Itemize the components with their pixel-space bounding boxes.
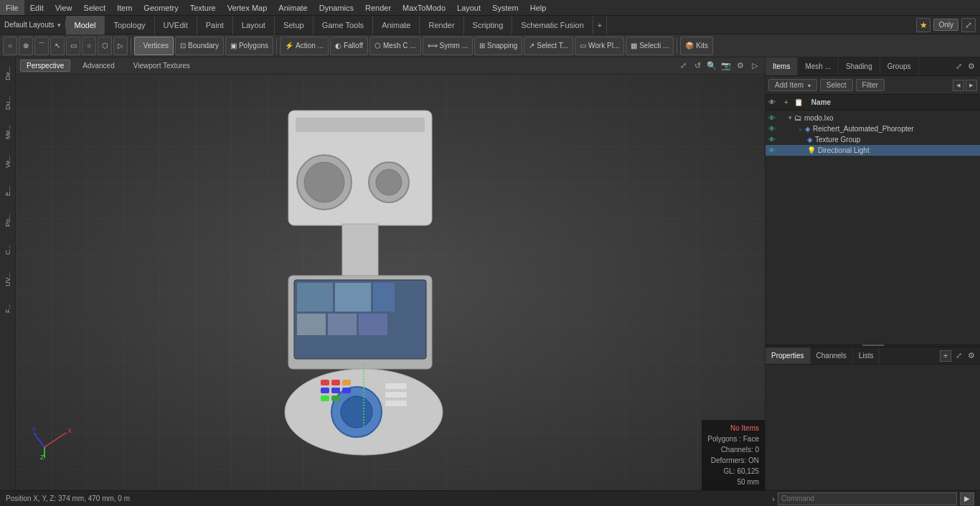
tree-item-modo-lxo[interactable]: 👁 ▾ 🗂 modo.lxo <box>765 112 980 123</box>
menu-help[interactable]: Help <box>524 0 552 15</box>
tab-gametools[interactable]: Game Tools <box>314 16 374 34</box>
tool-hex[interactable]: ⬡ <box>98 37 112 55</box>
item-tree[interactable]: 👁 ▾ 🗂 modo.lxo 👁 ▸ ◈ Reichert_Automated_… <box>765 111 980 344</box>
sidebar-tab-c[interactable]: C... <box>1 235 15 264</box>
tree-item-directional-light[interactable]: 👁 💡 Directional Light <box>765 145 980 156</box>
sidebar-tab-ve[interactable]: Ve... <box>1 147 15 176</box>
viewport-content[interactable]: X Y Z No Items Polygons : Face Channels:… <box>16 75 765 490</box>
props-settings-icon[interactable]: ⚙ <box>966 350 977 362</box>
command-run-button[interactable]: ▶ <box>960 492 974 505</box>
tab-animate[interactable]: Animate <box>373 16 420 34</box>
tool-action[interactable]: ⚡ Action ... <box>280 37 329 55</box>
vp-reset-icon[interactable]: ↺ <box>692 60 703 72</box>
menu-animate[interactable]: Animate <box>273 0 313 15</box>
tab-setup[interactable]: Setup <box>275 16 314 34</box>
rp-tab-shading[interactable]: Shading <box>839 57 880 75</box>
menu-vertexmap[interactable]: Vertex Map <box>222 0 273 15</box>
tool-polygons[interactable]: ▣ Polygons <box>225 37 273 55</box>
tool-selection[interactable]: ▦ Selecti ... <box>626 37 674 55</box>
sidebar-tab-uv[interactable]: UV... <box>1 265 15 294</box>
sidebar-tab-de[interactable]: De... <box>1 59 15 88</box>
layout-preset[interactable]: Default Layouts ▾ <box>0 21 66 29</box>
tree-item-reichert[interactable]: 👁 ▸ ◈ Reichert_Automated_Phoropter <box>765 123 980 134</box>
tab-render[interactable]: Render <box>420 16 463 34</box>
rph-clipboard-icon[interactable]: 📋 <box>794 98 803 106</box>
prop-tab-channels[interactable]: Channels <box>811 347 853 364</box>
tool-play[interactable]: ▷ <box>113 37 128 55</box>
menu-geometry[interactable]: Geometry <box>138 0 184 15</box>
vis-eye-1[interactable]: 👁 <box>768 125 776 133</box>
tree-item-texture-group[interactable]: 👁 ◈ Texture Group <box>765 134 980 145</box>
tab-add[interactable]: + <box>593 16 607 34</box>
command-input[interactable] <box>778 492 957 505</box>
tool-workplane[interactable]: ▭ Work Pl... <box>575 37 624 55</box>
tool-boundary[interactable]: ⊡ Boundary <box>175 37 224 55</box>
expand-icon[interactable]: ⤢ <box>961 18 976 32</box>
sidebar-tab-f[interactable]: F... <box>1 294 15 323</box>
tool-mesh[interactable]: ⬡ Mesh C ... <box>369 37 421 55</box>
vis-eye-2[interactable]: 👁 <box>768 136 776 144</box>
tool-falloff[interactable]: ◐ Falloff <box>330 37 368 55</box>
rp-expand-icon[interactable]: ⤢ <box>953 61 964 72</box>
tab-uvedit[interactable]: UVEdit <box>155 16 197 34</box>
props-expand-icon[interactable]: ⤢ <box>953 350 964 362</box>
tool-crosshair[interactable]: ⊕ <box>19 37 33 55</box>
tool-select-type[interactable]: ↗ Select T... <box>524 37 573 55</box>
arrow-1[interactable]: ▸ <box>799 126 803 133</box>
menu-file[interactable]: File <box>0 0 24 15</box>
tab-model[interactable]: Model <box>66 16 105 34</box>
add-item-button[interactable]: Add Item ▾ <box>768 79 817 91</box>
tab-schematic[interactable]: Schematic Fusion <box>512 16 593 34</box>
menu-system[interactable]: System <box>486 0 524 15</box>
tool-kits[interactable]: 📦 Kits <box>680 37 713 55</box>
menu-texture[interactable]: Texture <box>184 0 222 15</box>
menu-item[interactable]: Item <box>111 0 138 15</box>
tool-arrow[interactable]: ↖ <box>50 37 65 55</box>
sidebar-tab-me[interactable]: Me... <box>1 118 15 146</box>
sidebar-tab-e[interactable]: E... <box>1 177 15 205</box>
vp-tab-perspective[interactable]: Perspective <box>20 60 70 72</box>
vp-play-icon[interactable]: ▷ <box>749 60 760 72</box>
tab-layout[interactable]: Layout <box>233 16 275 34</box>
menu-maxtomodo[interactable]: MaxToModo <box>397 0 451 15</box>
vp-tab-textures[interactable]: Viewport Textures <box>127 60 197 72</box>
arrow-0[interactable]: ▾ <box>788 114 792 121</box>
rpt-minus-icon[interactable]: ◂ <box>953 80 964 91</box>
sidebar-tab-po[interactable]: Po... <box>1 206 15 235</box>
select-button[interactable]: Select <box>820 79 853 91</box>
vp-expand-icon[interactable]: ⤢ <box>677 60 689 72</box>
menu-render[interactable]: Render <box>359 0 397 15</box>
vis-eye-3[interactable]: 👁 <box>768 146 776 154</box>
sidebar-tab-du[interactable]: Du... <box>1 88 15 117</box>
menu-view[interactable]: View <box>50 0 78 15</box>
tool-symmetry[interactable]: ⟺ Symm ... <box>423 37 473 55</box>
menu-select[interactable]: Select <box>77 0 111 15</box>
vp-zoom-icon[interactable]: 🔍 <box>706 60 717 72</box>
props-add-icon[interactable]: + <box>940 350 951 362</box>
only-button[interactable]: Only <box>933 19 958 31</box>
tab-scripting[interactable]: Scripting <box>464 16 513 34</box>
rp-settings-icon[interactable]: ⚙ <box>966 61 977 72</box>
tool-vertices[interactable]: · Vertices <box>134 37 174 55</box>
vp-settings-icon[interactable]: ⚙ <box>735 60 746 72</box>
rp-tab-items[interactable]: Items <box>765 57 798 75</box>
menu-dynamics[interactable]: Dynamics <box>314 0 359 15</box>
tool-snapping[interactable]: ⊞ Snapping <box>474 37 522 55</box>
tool-circle[interactable]: ○ <box>82 37 96 55</box>
rpt-plus-icon[interactable]: ▸ <box>966 80 977 91</box>
vis-eye-0[interactable]: 👁 <box>768 114 776 122</box>
tab-topology[interactable]: Topology <box>105 16 154 34</box>
tool-select-circle[interactable]: ○ <box>3 37 17 55</box>
vp-camera-icon[interactable]: 📷 <box>720 60 732 72</box>
rp-tab-mesh[interactable]: Mesh ... <box>798 57 839 75</box>
prop-tab-properties[interactable]: Properties <box>765 347 811 364</box>
tool-rect[interactable]: ▭ <box>66 37 80 55</box>
tab-paint[interactable]: Paint <box>197 16 233 34</box>
filter-button[interactable]: Filter <box>856 79 885 91</box>
rp-tab-groups[interactable]: Groups <box>880 57 919 75</box>
vp-tab-advanced[interactable]: Advanced <box>76 60 121 72</box>
prop-tab-lists[interactable]: Lists <box>853 347 880 364</box>
tool-curve[interactable]: ⌒ <box>34 37 49 55</box>
viewport[interactable]: Perspective Advanced Viewport Textures ⤢… <box>16 57 765 490</box>
star-icon[interactable]: ★ <box>916 18 930 32</box>
